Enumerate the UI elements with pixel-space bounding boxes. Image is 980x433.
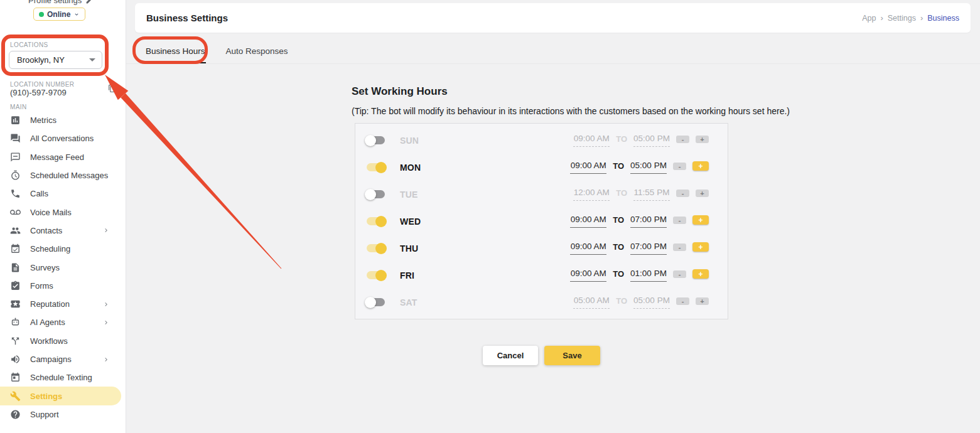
sidebar-item-label: Support [30,410,59,419]
settings-icon [10,391,21,402]
sidebar-item-label: All Conversations [30,134,94,143]
day-label: SUN [400,136,419,146]
day-label: WED [400,216,421,227]
end-time-input[interactable]: 05:00 PM [633,134,670,147]
conversations-icon [10,133,21,144]
start-time-input[interactable]: 09:00 AM [570,161,606,174]
start-time-input[interactable]: 09:00 AM [570,215,606,228]
tab-auto-responses[interactable]: Auto Responses [225,44,289,63]
breadcrumb-separator-icon: › [920,13,923,23]
add-slot-button[interactable]: + [692,215,709,225]
tab-business-hours[interactable]: Business Hours [145,44,206,63]
ai-agents-icon [10,317,21,328]
start-time-input[interactable]: 05:00 AM [573,296,610,309]
save-button[interactable]: Save [544,346,600,365]
schedule-texting-icon [10,372,21,383]
start-time-input[interactable]: 09:00 AM [570,242,606,255]
end-time-input[interactable]: 07:00 PM [630,215,667,228]
to-label: TO [616,296,627,306]
end-time-input[interactable]: 11:55 PM [633,188,670,201]
remove-slot-button[interactable]: - [673,216,686,224]
add-slot-button[interactable]: + [692,269,709,279]
calls-icon [10,188,21,199]
start-time-input[interactable]: 09:00 AM [570,269,606,282]
breadcrumb-item-settings[interactable]: Settings [888,14,916,23]
remove-slot-button[interactable]: - [673,243,686,251]
caret-down-icon [89,58,95,61]
sidebar-item-workflows[interactable]: Workflows [0,332,126,350]
profile-settings[interactable]: Profile settings [28,0,94,5]
add-slot-button[interactable]: + [692,242,709,252]
campaigns-icon [10,354,21,365]
sidebar-item-reputation[interactable]: Reputation [0,295,126,313]
sidebar-item-ai-agents[interactable]: AI Agents [0,313,126,331]
sidebar-item-forms[interactable]: Forms [0,277,126,295]
day-label: THU [400,243,418,254]
day-toggle[interactable] [367,190,385,198]
sidebar-item-label: Contacts [30,226,62,235]
sidebar-item-calls[interactable]: Calls [0,184,126,203]
time-range: 09:00 AMTO07:00 PM-+ [570,215,709,228]
breadcrumb-item-business[interactable]: Business [927,14,959,23]
breadcrumb-item-app[interactable]: App [862,14,876,23]
end-time-input[interactable]: 05:00 PM [633,296,670,309]
sidebar-item-all-conversations[interactable]: All Conversations [0,129,126,147]
to-label: TO [613,269,624,279]
add-slot-button[interactable]: + [696,297,709,305]
cancel-button[interactable]: Cancel [483,346,538,365]
day-toggle[interactable] [367,271,385,279]
sidebar: Profile settings Online LOCATIONS Brookl… [0,0,126,433]
remove-slot-button[interactable]: - [676,190,689,197]
sidebar-item-metrics[interactable]: Metrics [0,111,126,129]
sidebar-item-settings[interactable]: Settings [0,387,121,405]
end-time-input[interactable]: 05:00 PM [630,161,667,174]
sidebar-item-voice-mails[interactable]: Voice Mails [0,203,126,221]
edit-icon [85,0,94,4]
working-hours-row-tue: TUE12:00 AMTO11:55 PM-+ [355,188,728,201]
end-time-input[interactable]: 07:00 PM [630,242,667,255]
remove-slot-button[interactable]: - [676,297,689,305]
location-number: (910)-597-9709 [10,88,67,97]
sidebar-item-support[interactable]: Support [0,405,126,424]
locations-label: LOCATIONS [10,41,48,48]
day-label: FRI [400,270,414,281]
toggle-knob [375,270,387,281]
sidebar-item-message-feed[interactable]: Message Feed [0,148,126,166]
day-toggle[interactable] [367,298,385,306]
toggle-knob [375,243,387,254]
sidebar-item-scheduled-messages[interactable]: Scheduled Messages [0,166,126,184]
main-content: Business Settings App›Settings›Business … [126,0,980,433]
sidebar-item-surveys[interactable]: Surveys [0,258,126,276]
sidebar-item-scheduling[interactable]: Scheduling [0,240,126,258]
day-toggle[interactable] [367,136,385,144]
to-label: TO [613,215,624,225]
sidebar-item-schedule-texting[interactable]: Schedule Texting [0,368,126,387]
start-time-input[interactable]: 12:00 AM [573,188,610,201]
end-time-input[interactable]: 01:00 PM [630,269,667,282]
day-toggle[interactable] [367,217,385,225]
day-toggle[interactable] [367,163,385,171]
add-slot-button[interactable]: + [696,190,709,197]
day-label: SAT [400,297,417,307]
remove-slot-button[interactable]: - [673,270,686,278]
remove-slot-button[interactable]: - [676,136,689,143]
add-slot-button[interactable]: + [696,136,709,143]
add-slot-button[interactable]: + [692,161,709,171]
remove-slot-button[interactable]: - [673,163,686,170]
working-hours-panel: SUN09:00 AMTO05:00 PM-+MON09:00 AMTO05:0… [355,123,728,319]
sidebar-menu: MetricsAll ConversationsMessage FeedSche… [0,111,126,424]
location-number-label: LOCATION NUMBER [10,81,75,88]
sidebar-item-campaigns[interactable]: Campaigns [0,350,126,368]
working-hours-row-sun: SUN09:00 AMTO05:00 PM-+ [355,134,728,147]
locations-select[interactable]: Brooklyn, NY [9,51,102,69]
time-range: 09:00 AMTO07:00 PM-+ [570,242,709,255]
sidebar-item-contacts[interactable]: Contacts [0,222,126,240]
start-time-input[interactable]: 09:00 AM [573,134,610,147]
day-toggle[interactable] [367,244,385,252]
copy-icon[interactable] [108,84,116,93]
sidebar-item-label: Voice Mails [30,208,72,217]
sidebar-item-label: AI Agents [30,318,65,327]
working-hours-tip: (Tip: The bot will modify its behaviour … [352,106,980,116]
sidebar-item-label: Schedule Texting [30,373,92,382]
status-dropdown[interactable]: Online [33,8,85,21]
